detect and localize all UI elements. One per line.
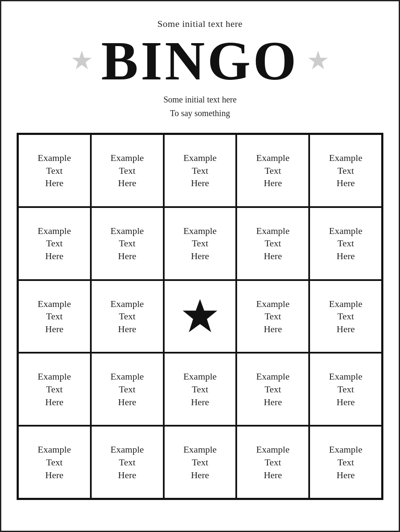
cell-text-r3c1: ExampleTextHere: [110, 370, 144, 408]
bingo-card: Some initial text here ★ BINGO ★ Some in…: [0, 0, 400, 532]
cell-text-r0c2: ExampleTextHere: [183, 152, 217, 190]
cell-text-r3c3: ExampleTextHere: [256, 370, 290, 408]
bingo-cell-r4c4[interactable]: ExampleTextHere: [309, 426, 382, 499]
bingo-cell-r0c4[interactable]: ExampleTextHere: [309, 134, 382, 207]
cell-text-r2c4: ExampleTextHere: [329, 298, 362, 336]
bingo-cell-r3c0[interactable]: ExampleTextHere: [18, 353, 91, 426]
subtitle-top: Some initial text here: [157, 18, 243, 29]
cell-text-r3c4: ExampleTextHere: [329, 370, 362, 408]
cell-text-r0c4: ExampleTextHere: [329, 152, 362, 190]
bingo-cell-r4c3[interactable]: ExampleTextHere: [236, 426, 309, 499]
subtitle-line2: To say something: [163, 106, 237, 120]
cell-text-r2c1: ExampleTextHere: [110, 298, 144, 336]
cell-text-r0c1: ExampleTextHere: [110, 152, 144, 190]
cell-text-r1c0: ExampleTextHere: [38, 225, 71, 263]
cell-text-r3c2: ExampleTextHere: [183, 370, 217, 408]
bingo-cell-r0c2[interactable]: ExampleTextHere: [164, 134, 237, 207]
bingo-cell-r2c0[interactable]: ExampleTextHere: [18, 280, 91, 353]
bingo-cell-r4c1[interactable]: ExampleTextHere: [91, 426, 164, 499]
star-left-icon: ★: [70, 48, 93, 73]
cell-text-r0c3: ExampleTextHere: [256, 152, 290, 190]
cell-text-r4c4: ExampleTextHere: [329, 443, 362, 481]
cell-text-r3c0: ExampleTextHere: [38, 370, 71, 408]
svg-marker-0: [183, 299, 217, 332]
subtitle-block: Some initial text here To say something: [163, 93, 237, 120]
bingo-cell-r1c0[interactable]: ExampleTextHere: [18, 207, 91, 280]
cell-text-r1c3: ExampleTextHere: [256, 225, 290, 263]
bingo-cell-r3c3[interactable]: ExampleTextHere: [236, 353, 309, 426]
bingo-cell-r1c2[interactable]: ExampleTextHere: [164, 207, 237, 280]
cell-text-r4c3: ExampleTextHere: [256, 443, 290, 481]
cell-text-r2c0: ExampleTextHere: [38, 298, 71, 336]
cell-text-r0c0: ExampleTextHere: [38, 152, 71, 190]
bingo-grid: ExampleTextHereExampleTextHereExampleTex…: [17, 133, 383, 500]
bingo-cell-r0c3[interactable]: ExampleTextHere: [236, 134, 309, 207]
bingo-cell-r3c1[interactable]: ExampleTextHere: [91, 353, 164, 426]
bingo-cell-r0c0[interactable]: ExampleTextHere: [18, 134, 91, 207]
free-star-icon: [181, 297, 219, 336]
cell-text-r1c1: ExampleTextHere: [110, 225, 144, 263]
bingo-cell-r2c2[interactable]: [164, 280, 237, 353]
star-right-icon: ★: [307, 48, 330, 73]
cell-text-r4c2: ExampleTextHere: [183, 443, 217, 481]
bingo-cell-r3c4[interactable]: ExampleTextHere: [309, 353, 382, 426]
cell-text-r2c3: ExampleTextHere: [256, 298, 290, 336]
bingo-header-row: ★ BINGO ★: [18, 33, 382, 88]
bingo-cell-r0c1[interactable]: ExampleTextHere: [91, 134, 164, 207]
subtitle-line1: Some initial text here: [163, 93, 237, 106]
bingo-cell-r1c4[interactable]: ExampleTextHere: [309, 207, 382, 280]
cell-text-r1c4: ExampleTextHere: [329, 225, 362, 263]
bingo-cell-r2c1[interactable]: ExampleTextHere: [91, 280, 164, 353]
bingo-cell-r1c1[interactable]: ExampleTextHere: [91, 207, 164, 280]
cell-text-r1c2: ExampleTextHere: [183, 225, 217, 263]
cell-text-r4c1: ExampleTextHere: [110, 443, 144, 481]
bingo-cell-r2c3[interactable]: ExampleTextHere: [236, 280, 309, 353]
bingo-cell-r2c4[interactable]: ExampleTextHere: [309, 280, 382, 353]
bingo-cell-r1c3[interactable]: ExampleTextHere: [236, 207, 309, 280]
bingo-cell-r3c2[interactable]: ExampleTextHere: [164, 353, 237, 426]
cell-text-r4c0: ExampleTextHere: [38, 443, 71, 481]
bingo-title: BINGO: [101, 33, 299, 88]
bingo-cell-r4c2[interactable]: ExampleTextHere: [164, 426, 237, 499]
bingo-cell-r4c0[interactable]: ExampleTextHere: [18, 426, 91, 499]
